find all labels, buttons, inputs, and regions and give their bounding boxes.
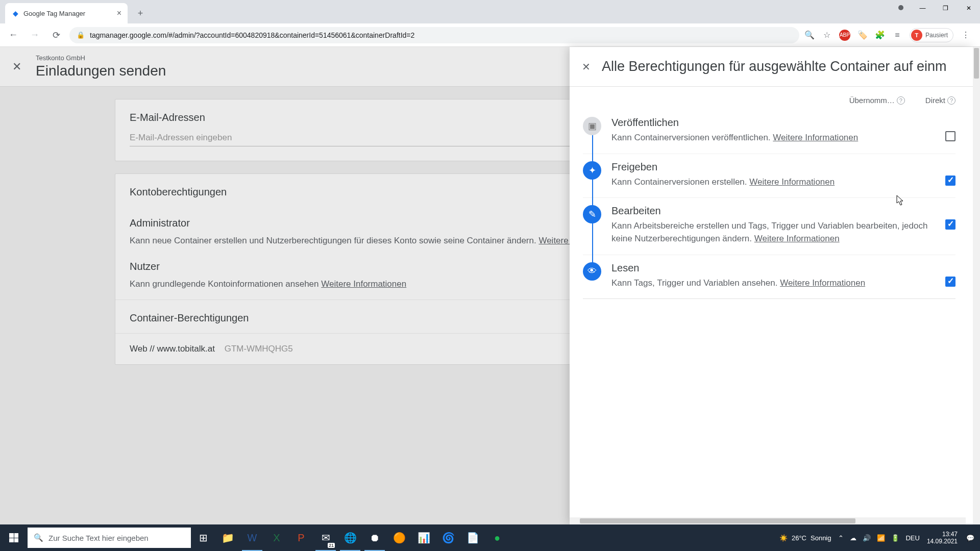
tab-close-icon[interactable]: × [117, 9, 121, 18]
publish-checkbox[interactable] [945, 131, 955, 141]
taskbar-apps: ⊞ 📁 W X P ✉21 🌐 ⏺ 🟠 📊 🌀 📄 ● [191, 524, 509, 551]
volume-icon[interactable]: 🔊 [863, 534, 871, 542]
weather-text: Sonnig [811, 534, 831, 542]
language-indicator[interactable]: DEU [905, 534, 919, 542]
menu-icon[interactable]: ⋮ [961, 30, 971, 40]
browser-chrome: ◆ Google Tag Manager × + — ❐ ✕ ← → ⟳ 🔒 t… [0, 0, 980, 47]
date: 14.09.2021 [927, 538, 958, 545]
reload-button[interactable]: ⟳ [48, 27, 64, 43]
permission-list: ▣ Veröffentlichen Kann Containerversione… [570, 110, 973, 299]
taskbar-search[interactable]: 🔍 Zur Suche Text hier eingeben [28, 528, 191, 548]
search-icon: 🔍 [34, 533, 43, 542]
gtm-favicon-icon: ◆ [11, 9, 19, 17]
permission-read[interactable]: 👁 Lesen Kann Tags, Trigger und Variablen… [583, 255, 955, 299]
new-tab-button[interactable]: + [133, 6, 148, 21]
help-icon[interactable]: ? [947, 96, 955, 105]
panel-horizontal-scrollbar[interactable] [570, 517, 966, 524]
perm-desc: Kann Arbeitsbereiche erstellen und Tags,… [611, 220, 935, 245]
tray-chevron-icon[interactable]: ⌃ [838, 534, 844, 542]
minimize-button[interactable]: — [911, 0, 934, 16]
url-input[interactable]: 🔒 tagmanager.google.com/#/admin/?account… [69, 27, 799, 43]
battery-icon[interactable]: 🔋 [891, 534, 899, 542]
panel-header: ✕ Alle Berechtigungen für ausgewählte Co… [570, 47, 973, 87]
perm-title: Veröffentlichen [611, 117, 935, 129]
excel-icon[interactable]: X [264, 524, 289, 551]
edge-icon[interactable]: 🌀 [436, 524, 460, 551]
chrome-icon[interactable]: 🌐 [338, 524, 362, 551]
notifications-icon[interactable]: 💬 [965, 532, 976, 543]
close-window-button[interactable]: ✕ [957, 0, 980, 16]
zoom-icon[interactable]: 🔍 [804, 30, 815, 40]
tab-title: Google Tag Manager [23, 10, 85, 17]
start-button[interactable] [0, 524, 28, 551]
maximize-button[interactable]: ❐ [934, 0, 957, 16]
read-checkbox[interactable] [945, 277, 955, 287]
task-view-icon[interactable]: ⊞ [191, 524, 215, 551]
more-info-link[interactable]: Weitere Informationen [773, 133, 858, 142]
perm-desc: Kann Containerversionen erstellen. Weite… [611, 176, 935, 189]
time: 13:47 [927, 531, 958, 538]
perm-desc: Kann Tags, Trigger und Variablen ansehen… [611, 277, 935, 290]
url-text: tagmanager.google.com/#/admin/?accountId… [90, 31, 414, 39]
more-info-link[interactable]: Weitere Informationen [780, 278, 865, 288]
more-info-link[interactable]: Weitere Informationen [749, 177, 835, 187]
perm-title: Freigeben [611, 161, 935, 173]
inherited-column: Übernomm… ? [849, 96, 905, 105]
clock[interactable]: 13:47 14.09.2021 [927, 531, 958, 545]
permission-publish[interactable]: ▣ Veröffentlichen Kann Containerversione… [583, 110, 955, 154]
timeline-line [592, 130, 593, 279]
perm-title: Lesen [611, 262, 935, 274]
browser-tab[interactable]: ◆ Google Tag Manager × [5, 3, 128, 23]
word-icon[interactable]: W [240, 524, 264, 551]
taskbar-tray: ☀️ 26°C Sonnig ⌃ ☁ 🔊 📶 🔋 DEU 13:47 14.09… [779, 524, 980, 551]
tab-profile-indicator-icon[interactable] [898, 5, 903, 10]
windows-icon [9, 533, 18, 542]
edit-icon: ✎ [583, 205, 601, 223]
system-tray: ⌃ ☁ 🔊 📶 🔋 DEU [838, 534, 919, 542]
wifi-icon[interactable]: 📶 [877, 534, 885, 542]
file-explorer-icon[interactable]: 📁 [215, 524, 240, 551]
toolbar-icons: 🔍 ☆ ABP 🏷️ 🧩 ≡ T Pausiert ⋮ [804, 28, 975, 42]
reading-list-icon[interactable]: ≡ [892, 30, 902, 40]
approve-checkbox[interactable] [945, 176, 955, 186]
address-bar: ← → ⟳ 🔒 tagmanager.google.com/#/admin/?a… [0, 23, 980, 47]
panel-title: Alle Berechtigungen für ausgewählte Cont… [602, 59, 946, 74]
onedrive-icon[interactable]: ☁ [850, 534, 856, 542]
obs-icon[interactable]: ⏺ [362, 524, 387, 551]
notepad-icon[interactable]: 📄 [460, 524, 485, 551]
lock-icon: 🔒 [77, 31, 85, 39]
search-placeholder: Zur Suche Text hier eingeben [48, 534, 149, 542]
powerpoint-icon[interactable]: P [289, 524, 313, 551]
back-button[interactable]: ← [5, 27, 21, 43]
adblock-extension-icon[interactable]: ABP [839, 30, 850, 41]
permission-edit[interactable]: ✎ Bearbeiten Kann Arbeitsbereiche erstel… [583, 198, 955, 255]
edit-checkbox[interactable] [945, 219, 955, 230]
weather-sun-icon: ☀️ [779, 534, 788, 542]
extension-tag-icon[interactable]: 🏷️ [857, 30, 868, 40]
approve-icon: ✦ [583, 161, 601, 180]
direct-column: Direkt ? [925, 96, 955, 105]
permission-approve[interactable]: ✦ Freigeben Kann Containerversionen erst… [583, 154, 955, 198]
app-icon-1[interactable]: 🟠 [387, 524, 411, 551]
page-vertical-scrollbar[interactable] [973, 47, 980, 524]
profile-status: Pausiert [925, 32, 948, 39]
extensions-icon[interactable]: 🧩 [875, 30, 885, 40]
spotify-icon[interactable]: ● [485, 524, 509, 551]
app-viewport: ✕ Testkonto GmbH Einladungen senden E-Ma… [0, 47, 980, 524]
taskbar: 🔍 Zur Suche Text hier eingeben ⊞ 📁 W X P… [0, 524, 980, 551]
app-icon-2[interactable]: 📊 [411, 524, 436, 551]
help-icon[interactable]: ? [897, 96, 905, 105]
bookmark-icon[interactable]: ☆ [822, 30, 832, 40]
mail-icon[interactable]: ✉21 [313, 524, 338, 551]
window-controls: — ❐ ✕ [911, 0, 980, 16]
panel-column-headers: Übernomm… ? Direkt ? [570, 87, 973, 110]
weather-widget[interactable]: ☀️ 26°C Sonnig [779, 534, 831, 542]
tab-bar: ◆ Google Tag Manager × + — ❐ ✕ [0, 0, 980, 23]
view-icon: 👁 [583, 262, 601, 281]
forward-button[interactable]: → [27, 27, 43, 43]
more-info-link[interactable]: Weitere Informationen [754, 234, 840, 243]
weather-temp: 26°C [792, 534, 806, 542]
close-panel-button[interactable]: ✕ [582, 61, 591, 73]
profile-chip[interactable]: T Pausiert [910, 28, 953, 42]
perm-desc: Kann Containerversionen veröffentlichen.… [611, 132, 935, 144]
